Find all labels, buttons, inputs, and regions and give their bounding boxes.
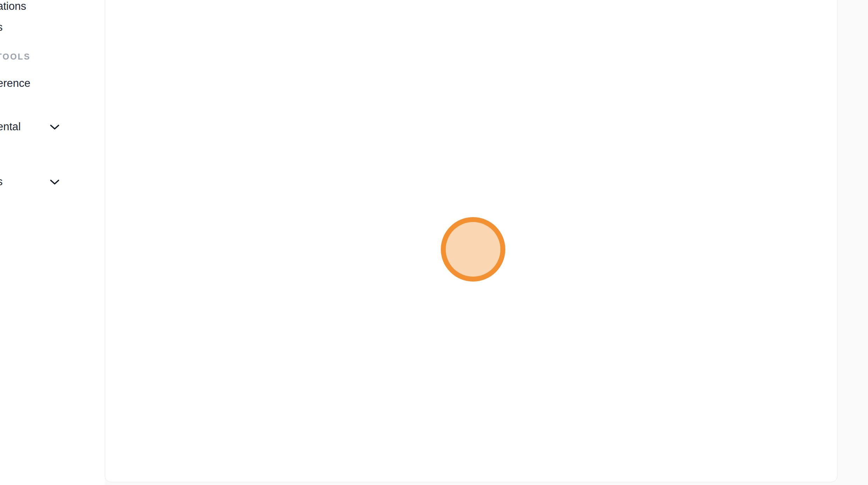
chevron-down-icon — [50, 175, 60, 188]
sidebar-section-tools: TOOLS — [0, 51, 102, 63]
sidebar-item-s2[interactable]: s — [0, 174, 102, 189]
sidebar-item-erence[interactable]: erence — [0, 76, 102, 91]
sidebar: ations s TOOLS erence ental s — [0, 0, 105, 485]
sidebar-item-label: erence — [0, 77, 30, 90]
sidebar-item-ental[interactable]: ental — [0, 119, 102, 134]
sidebar-item-ations[interactable]: ations — [0, 0, 102, 14]
sidebar-item-label: ations — [0, 0, 26, 13]
add-model-form-card — [105, 0, 838, 482]
chevron-down-icon — [50, 120, 60, 133]
sidebar-item-label: ental — [0, 120, 21, 133]
sidebar-item-label: s — [0, 175, 3, 188]
sidebar-item-label: s — [0, 21, 3, 34]
sidebar-section-label: TOOLS — [0, 52, 30, 62]
sidebar-item-s1[interactable]: s — [0, 20, 102, 35]
